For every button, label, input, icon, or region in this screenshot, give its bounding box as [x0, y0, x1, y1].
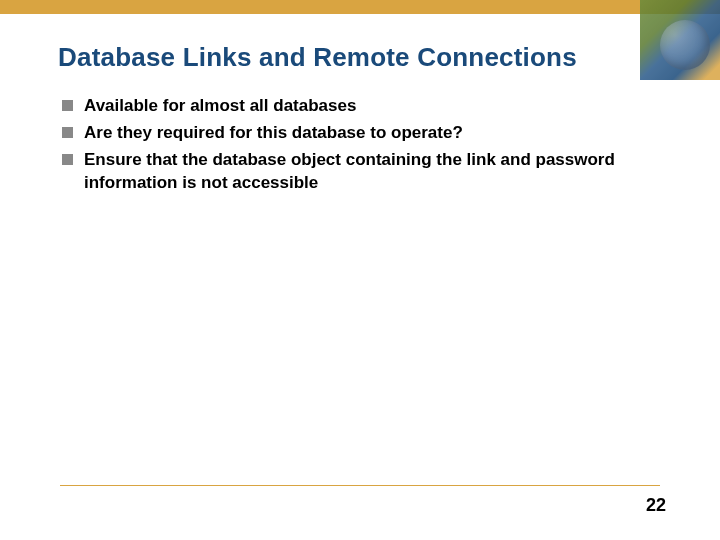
bullet-list: Available for almost all databases Are t… [62, 95, 660, 195]
footer-divider [60, 485, 660, 486]
slide-title: Database Links and Remote Connections [58, 42, 720, 73]
corner-decorative-graphic [640, 0, 720, 80]
list-item: Are they required for this database to o… [62, 122, 660, 145]
page-number: 22 [646, 495, 666, 516]
list-item: Ensure that the database object containi… [62, 149, 660, 195]
top-accent-bar [0, 0, 720, 14]
list-item: Available for almost all databases [62, 95, 660, 118]
